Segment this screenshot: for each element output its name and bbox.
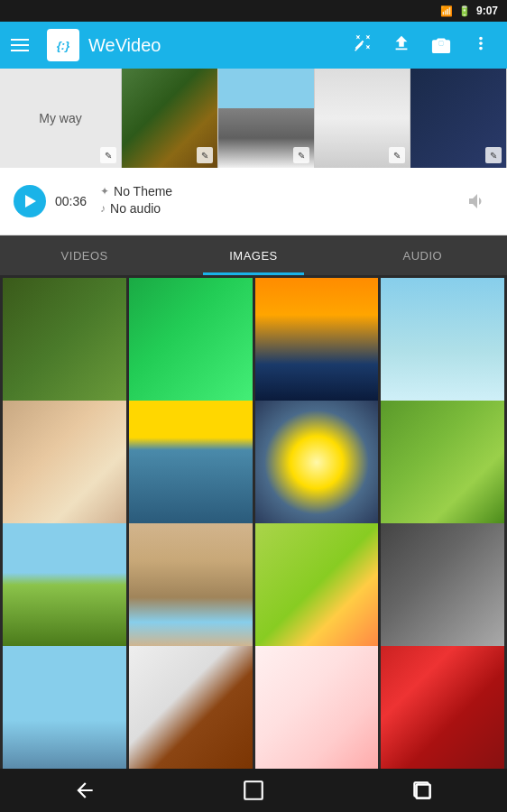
wifi-icon: 📶 (440, 5, 453, 17)
image-thumb-2[interactable] (255, 278, 379, 401)
tab-audio[interactable]: AUDIO (338, 235, 507, 275)
recent-apps-button[interactable] (410, 779, 434, 802)
image-thumb-10[interactable] (255, 523, 379, 647)
tab-images[interactable]: IMAGES (169, 235, 337, 275)
magic-wand-icon[interactable] (346, 28, 377, 63)
timeline-clip-4[interactable]: ✎ (410, 69, 507, 168)
timeline-clip-2[interactable]: ✎ (218, 69, 315, 168)
image-thumb-9[interactable] (129, 523, 253, 647)
image-thumb-0[interactable] (3, 278, 126, 401)
upload-icon[interactable] (386, 28, 417, 63)
timeline-clip-3[interactable]: ✎ (315, 69, 411, 168)
image-grid (0, 275, 507, 769)
tab-bar: VIDEOS IMAGES AUDIO (0, 235, 507, 275)
image-thumb-5[interactable] (129, 401, 253, 524)
image-thumb-3[interactable] (381, 278, 504, 401)
image-thumb-4[interactable] (3, 401, 126, 524)
home-button[interactable] (242, 779, 265, 802)
clip-edit-icon[interactable]: ✎ (485, 147, 502, 163)
back-button[interactable] (73, 779, 97, 802)
hamburger-line (11, 39, 29, 41)
text-clip-label: My way (39, 111, 81, 125)
audio-note-icon: ♪ (100, 202, 106, 215)
theme-sparkle-icon: ✦ (100, 185, 109, 198)
timeline-clip-1[interactable]: ✎ (122, 69, 218, 168)
clip-edit-icon[interactable]: ✎ (293, 147, 309, 163)
app-logo: {:} (47, 29, 79, 61)
bottom-navigation (0, 769, 507, 812)
play-triangle-icon (25, 195, 36, 208)
controls-row: 00:36 ✦ No Theme ♪ No audio (0, 168, 507, 235)
audio-name: No audio (110, 201, 161, 216)
image-thumb-7[interactable] (381, 401, 504, 524)
image-thumb-13[interactable] (129, 646, 253, 769)
image-thumb-11[interactable] (381, 523, 504, 647)
tab-videos[interactable]: VIDEOS (0, 235, 169, 275)
play-button[interactable] (14, 185, 46, 217)
menu-button[interactable] (11, 32, 38, 59)
battery-icon: 🔋 (458, 5, 471, 17)
clip-edit-icon[interactable]: ✎ (100, 147, 116, 163)
clip-edit-icon[interactable]: ✎ (389, 147, 405, 163)
app-bar: {:} WeVideo (0, 22, 507, 69)
hamburger-line (11, 50, 29, 51)
status-bar: 📶 🔋 9:07 (0, 0, 507, 22)
timeline-strip: My way ✎ ✎ ✎ ✎ ✎ (0, 69, 507, 168)
image-thumb-8[interactable] (3, 523, 126, 647)
image-thumb-15[interactable] (381, 646, 504, 769)
duration-display: 00:36 (55, 194, 87, 208)
app-title: WeVideo (88, 35, 337, 56)
svg-rect-2 (417, 785, 430, 798)
theme-name: No Theme (114, 184, 172, 198)
camera-icon[interactable] (426, 28, 456, 63)
clip-edit-icon[interactable]: ✎ (197, 147, 213, 163)
theme-info: ✦ No Theme ♪ No audio (87, 184, 461, 218)
time-display: 9:07 (476, 5, 498, 17)
image-thumb-1[interactable] (129, 278, 253, 401)
image-thumb-14[interactable] (255, 646, 379, 769)
image-thumb-12[interactable] (3, 646, 126, 769)
hamburger-line (11, 44, 29, 46)
image-thumb-6[interactable] (255, 401, 379, 524)
text-clip[interactable]: My way ✎ (0, 69, 122, 168)
volume-button[interactable] (461, 185, 493, 217)
more-options-icon[interactable] (466, 28, 496, 63)
